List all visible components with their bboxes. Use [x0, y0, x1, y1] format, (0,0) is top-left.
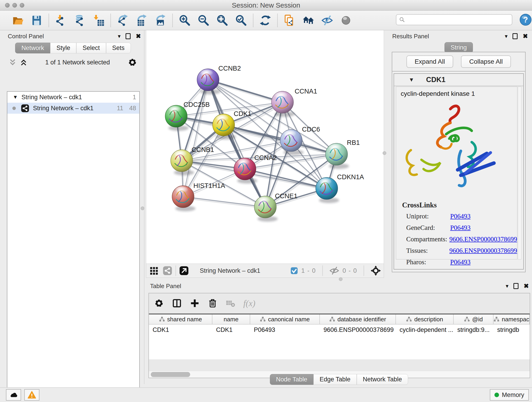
column-header-canonical-name[interactable]: canonical name	[250, 314, 320, 324]
window-minimize-button[interactable]	[12, 3, 17, 7]
zoom-in-button[interactable]	[178, 14, 191, 27]
cell-canonical-name[interactable]: P06493	[250, 325, 320, 335]
network-node-CDK1[interactable]	[213, 114, 234, 136]
panel-menu-icon[interactable]: ▾	[118, 33, 120, 39]
memory-button[interactable]: Memory	[490, 389, 529, 401]
cell-name[interactable]: CDK1	[212, 325, 250, 335]
column-header-name[interactable]: name	[212, 314, 250, 324]
hide-unhide-button[interactable]	[321, 14, 334, 27]
search-input[interactable]	[405, 15, 512, 24]
tree-expand-icon[interactable]: ▼	[13, 94, 18, 100]
tab-style[interactable]: Style	[50, 43, 76, 53]
results-scrollbar[interactable]	[518, 87, 521, 259]
import-network-file-button[interactable]	[55, 14, 67, 27]
add-column-icon[interactable]	[190, 298, 200, 308]
show-columns-icon[interactable]	[172, 298, 182, 308]
network-graph[interactable]: CCNB2CCNA1CDC25BCDK1CDC6RB1CCNB1CCNA2CDK…	[146, 30, 384, 264]
network-node-CDKN1A[interactable]	[316, 177, 338, 199]
column-header-database-identifier[interactable]: database identifier	[320, 314, 396, 324]
cell-description[interactable]: cyclin-dependent ...	[396, 325, 454, 335]
column-header-namespac[interactable]: namespac	[494, 314, 530, 324]
tab-network-table[interactable]: Network Table	[357, 374, 408, 385]
crosslink-link[interactable]: P06493	[450, 224, 471, 231]
expand-all-icon[interactable]	[20, 58, 27, 66]
tab-network[interactable]: Network	[15, 43, 50, 53]
network-node-CCNA1[interactable]	[272, 91, 293, 113]
zoom-fit-button[interactable]	[216, 14, 229, 27]
network-node-CCNE1[interactable]	[254, 196, 276, 218]
column-header-description[interactable]: description	[396, 314, 454, 324]
column-header-shared-name[interactable]: shared name	[149, 314, 212, 324]
network-canvas[interactable]: CCNB2CCNA1CDC25BCDK1CDC6RB1CCNB1CCNA2CDK…	[146, 30, 384, 264]
network-collection-row[interactable]: ▼ String Network – cdk1 1	[7, 92, 139, 103]
network-node-CCNB2[interactable]	[197, 69, 219, 91]
network-node-CDC6[interactable]	[280, 129, 302, 152]
import-network-database-button[interactable]	[73, 14, 86, 27]
panel-menu-icon[interactable]: ▾	[506, 283, 508, 289]
right-splitter-handle[interactable]	[383, 151, 386, 155]
network-node-CDC25B[interactable]	[165, 105, 187, 127]
import-table-button[interactable]	[92, 14, 105, 27]
save-session-button[interactable]	[30, 14, 43, 27]
delete-column-icon[interactable]	[208, 298, 218, 308]
detach-view-icon[interactable]	[179, 266, 189, 275]
birds-eye-icon[interactable]	[370, 265, 381, 276]
help-button[interactable]: ?	[519, 13, 532, 26]
panel-close-icon[interactable]: ✖	[524, 282, 529, 290]
export-image-button[interactable]	[154, 14, 167, 27]
window-zoom-button[interactable]	[20, 3, 24, 7]
tab-edge-table[interactable]: Edge Table	[313, 374, 357, 385]
zoom-out-button[interactable]	[197, 14, 210, 27]
left-splitter-handle[interactable]	[141, 206, 144, 210]
selected-checkbox-icon[interactable]	[290, 267, 298, 274]
column-header--id[interactable]: @id	[454, 314, 494, 324]
cell--id[interactable]: stringdb:9...	[454, 325, 494, 335]
refresh-view-button[interactable]	[259, 14, 272, 27]
string-view-icon[interactable]	[163, 266, 172, 275]
export-table-button[interactable]	[135, 14, 148, 27]
cell-shared-name[interactable]: CDK1	[149, 325, 212, 335]
network-node-CCNA2[interactable]	[234, 158, 256, 180]
collapse-all-icon[interactable]	[9, 58, 17, 66]
window-close-button[interactable]	[5, 3, 10, 7]
crosslink-link[interactable]: 9606.ENSP00000378699	[449, 235, 517, 243]
bottom-splitter-handle[interactable]	[339, 277, 342, 281]
table-row[interactable]: CDK1CDK1P064939606.ENSP00000378699cyclin…	[149, 325, 530, 335]
share-document-button[interactable]	[283, 14, 296, 27]
network-row[interactable]: String Network – cdk1 11 48	[7, 103, 139, 114]
panel-float-icon[interactable]	[513, 33, 518, 39]
network-node-HIST1H1A[interactable]	[172, 186, 194, 208]
search-field[interactable]	[396, 14, 512, 25]
tab-select[interactable]: Select	[76, 43, 106, 53]
panel-close-icon[interactable]: ✖	[136, 32, 141, 40]
gene-section-header[interactable]: ▼ CDK1	[394, 74, 523, 86]
crosslink-link[interactable]: 9606.ENSP00000378699	[449, 247, 517, 254]
network-node-CCNB1[interactable]	[171, 150, 193, 172]
export-network-button[interactable]	[116, 14, 129, 27]
network-edge[interactable]	[183, 197, 265, 207]
panel-float-icon[interactable]	[513, 283, 519, 289]
cloud-button[interactable]	[6, 389, 21, 401]
section-collapse-icon[interactable]: ▼	[409, 77, 414, 83]
cell-namespac[interactable]: stringdb	[494, 325, 530, 335]
open-session-button[interactable]	[12, 14, 24, 27]
panel-menu-icon[interactable]: ▾	[505, 33, 507, 39]
crosslink-link[interactable]: P06493	[450, 258, 471, 266]
panel-float-icon[interactable]	[126, 33, 131, 39]
tab-string[interactable]: String	[444, 42, 473, 53]
table-gear-icon[interactable]	[154, 298, 164, 308]
zoom-selected-button[interactable]	[234, 14, 247, 27]
grid-view-icon[interactable]	[149, 266, 159, 275]
expand-all-button[interactable]: Expand All	[406, 56, 453, 68]
crosslink-link[interactable]: P06493	[450, 212, 471, 220]
tab-sets[interactable]: Sets	[106, 43, 131, 53]
cell-database-identifier[interactable]: 9606.ENSP00000378699	[320, 325, 396, 335]
collapse-all-button[interactable]: Collapse All	[461, 56, 511, 68]
warning-button[interactable]	[24, 389, 39, 401]
network-overview-button[interactable]	[302, 14, 315, 27]
tab-node-table[interactable]: Node Table	[270, 374, 313, 385]
panel-close-icon[interactable]: ✖	[523, 32, 528, 40]
network-node-RB1[interactable]	[326, 143, 348, 165]
gear-icon[interactable]	[128, 57, 137, 67]
toggle-preview-button[interactable]	[340, 14, 352, 27]
